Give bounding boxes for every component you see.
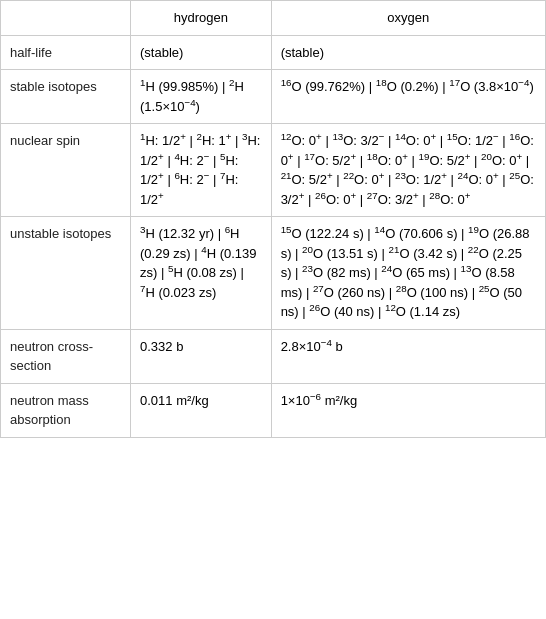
col-header-hydrogen: hydrogen	[131, 1, 272, 36]
cell-oxygen-neutron-cross-section: 2.8×10−4 b	[271, 329, 545, 383]
cell-hydrogen-unstable-isotopes: 3H (12.32 yr) | 6H (0.29 zs) | 4H (0.139…	[131, 217, 272, 330]
cell-oxygen-neutron-mass-absorption: 1×10−6 m²/kg	[271, 383, 545, 437]
col-header-oxygen: oxygen	[271, 1, 545, 36]
table-row: unstable isotopes 3H (12.32 yr) | 6H (0.…	[1, 217, 546, 330]
cell-hydrogen-stable-isotopes: 1H (99.985%) | 2H (1.5×10−4)	[131, 70, 272, 124]
row-label-unstable-isotopes: unstable isotopes	[1, 217, 131, 330]
table-row: neutron mass absorption 0.011 m²/kg 1×10…	[1, 383, 546, 437]
cell-hydrogen-neutron-cross-section: 0.332 b	[131, 329, 272, 383]
table-row: neutron cross-section 0.332 b 2.8×10−4 b	[1, 329, 546, 383]
table-row: stable isotopes 1H (99.985%) | 2H (1.5×1…	[1, 70, 546, 124]
row-label-half-life: half-life	[1, 35, 131, 70]
cell-oxygen-stable-isotopes: 16O (99.762%) | 18O (0.2%) | 17O (3.8×10…	[271, 70, 545, 124]
cell-oxygen-nuclear-spin: 12O: 0+ | 13O: 3/2− | 14O: 0+ | 15O: 1/2…	[271, 124, 545, 217]
table-row: nuclear spin 1H: 1/2+ | 2H: 1+ | 3H: 1/2…	[1, 124, 546, 217]
cell-oxygen-half-life: (stable)	[271, 35, 545, 70]
row-label-neutron-cross-section: neutron cross-section	[1, 329, 131, 383]
cell-hydrogen-half-life: (stable)	[131, 35, 272, 70]
row-label-nuclear-spin: nuclear spin	[1, 124, 131, 217]
table-row: half-life (stable) (stable)	[1, 35, 546, 70]
row-label-neutron-mass-absorption: neutron mass absorption	[1, 383, 131, 437]
cell-hydrogen-neutron-mass-absorption: 0.011 m²/kg	[131, 383, 272, 437]
cell-oxygen-unstable-isotopes: 15O (122.24 s) | 14O (70.606 s) | 19O (2…	[271, 217, 545, 330]
row-label-stable-isotopes: stable isotopes	[1, 70, 131, 124]
properties-table: hydrogen oxygen half-life (stable) (stab…	[0, 0, 546, 438]
cell-hydrogen-nuclear-spin: 1H: 1/2+ | 2H: 1+ | 3H: 1/2+ | 4H: 2− | …	[131, 124, 272, 217]
col-header-label	[1, 1, 131, 36]
